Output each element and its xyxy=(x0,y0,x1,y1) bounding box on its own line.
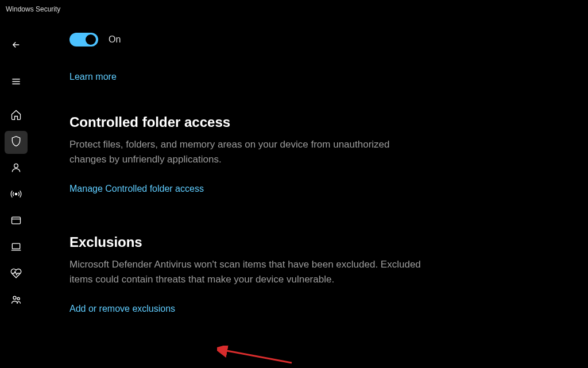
shield-icon xyxy=(10,135,22,149)
toggle-state-label: On xyxy=(109,34,121,45)
exclusions-description: Microsoft Defender Antivirus won't scan … xyxy=(69,257,425,286)
home-icon xyxy=(10,109,22,123)
sidebar-menu[interactable] xyxy=(5,71,28,94)
svg-point-9 xyxy=(13,296,16,299)
protection-toggle[interactable] xyxy=(69,33,98,47)
sidebar-performance[interactable] xyxy=(5,263,28,286)
sidebar-virus-protection[interactable] xyxy=(5,131,28,154)
controlled-folder-access-section: Controlled folder access Protect files, … xyxy=(69,114,565,194)
manage-cfa-link[interactable]: Manage Controlled folder access xyxy=(69,184,204,194)
sidebar-account-protection[interactable] xyxy=(5,157,28,180)
arrow-left-icon xyxy=(11,40,21,52)
sidebar-device-security[interactable] xyxy=(5,237,28,259)
add-remove-exclusions-link[interactable]: Add or remove exclusions xyxy=(69,304,175,314)
protection-toggle-row: On xyxy=(69,33,565,47)
sidebar-firewall[interactable] xyxy=(5,184,28,207)
titlebar: Windows Security xyxy=(0,0,588,18)
people-icon xyxy=(10,294,22,308)
sidebar-app-browser[interactable] xyxy=(5,210,28,233)
sidebar-family[interactable] xyxy=(5,289,28,312)
heart-pulse-icon xyxy=(10,268,22,281)
person-icon xyxy=(10,162,22,176)
hamburger-icon xyxy=(10,76,22,90)
exclusions-title: Exclusions xyxy=(69,234,565,250)
svg-rect-5 xyxy=(12,217,21,224)
toggle-thumb xyxy=(86,34,96,45)
laptop-icon xyxy=(10,241,22,255)
sidebar-back[interactable] xyxy=(5,34,28,57)
exclusions-section: Exclusions Microsoft Defender Antivirus … xyxy=(69,234,565,314)
svg-rect-7 xyxy=(12,243,20,249)
svg-point-4 xyxy=(15,193,17,195)
titlebar-title: Windows Security xyxy=(6,5,60,13)
content-area: On Learn more Controlled folder access P… xyxy=(32,18,588,368)
signal-icon xyxy=(10,188,22,202)
learn-more-link[interactable]: Learn more xyxy=(69,72,117,82)
window-icon xyxy=(10,215,22,228)
svg-point-10 xyxy=(17,297,20,300)
cfa-title: Controlled folder access xyxy=(69,114,565,130)
sidebar-home[interactable] xyxy=(5,104,28,127)
sidebar xyxy=(0,18,32,368)
svg-point-3 xyxy=(14,164,18,168)
cfa-description: Protect files, folders, and memory areas… xyxy=(69,137,425,166)
